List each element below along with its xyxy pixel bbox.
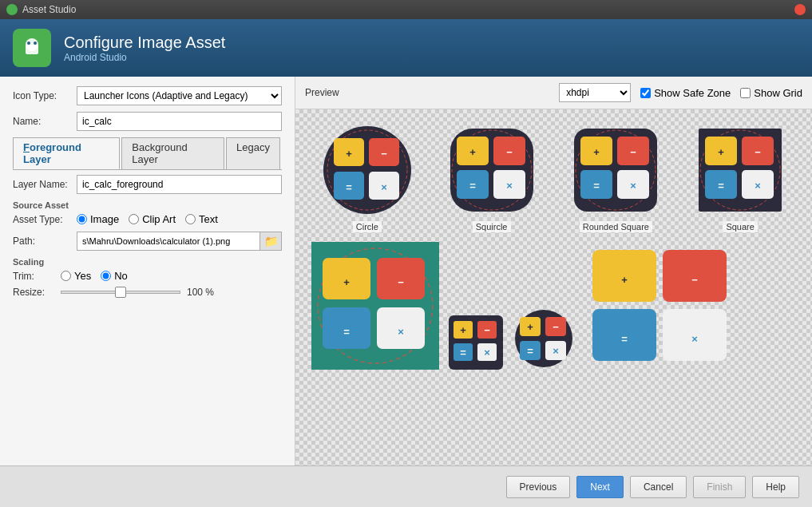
small-round-icon: + − = × <box>513 307 575 370</box>
resize-row: Resize: 100 % <box>13 287 282 298</box>
square-icon-preview: + − = × <box>692 122 788 218</box>
density-select[interactable]: mdpi hdpi xhdpi xxhdpi xxxhdpi <box>559 83 631 102</box>
asset-type-row: Asset Type: Image Clip Art Text <box>13 213 282 225</box>
finish-button[interactable]: Finish <box>693 476 746 498</box>
rounded-square-icon-preview: + − = × <box>568 122 663 218</box>
path-label: Path: <box>13 236 77 247</box>
show-grid-option[interactable]: Show Grid <box>740 87 802 99</box>
icon-type-select[interactable]: Launcher Icons (Adaptive and Legacy) <box>77 86 282 105</box>
icon-cell-medium: + − = × <box>449 315 503 370</box>
show-safe-zone-option[interactable]: Show Safe Zone <box>640 87 731 99</box>
icon-type-label: Icon Type: <box>13 90 77 101</box>
trim-no-input[interactable] <box>101 271 111 281</box>
layer-name-input[interactable] <box>77 175 282 194</box>
layer-tabs: Foreground Layer Background Layer Legacy <box>13 137 282 170</box>
svg-text:=: = <box>460 347 466 358</box>
radio-clipart-input[interactable] <box>129 214 139 224</box>
path-row: Path: 📁 <box>13 232 282 251</box>
scaling-label: Scaling <box>13 257 282 267</box>
svg-rect-1 <box>26 45 38 54</box>
svg-text:−: − <box>398 276 404 288</box>
radio-clipart-label: Clip Art <box>142 213 176 225</box>
trim-group: Yes No <box>61 270 128 282</box>
svg-text:+: + <box>594 146 600 158</box>
radio-image[interactable]: Image <box>77 213 119 225</box>
next-button[interactable]: Next <box>576 476 624 498</box>
tab-foreground[interactable]: Foreground Layer <box>13 137 120 169</box>
android-studio-logo <box>13 29 51 67</box>
previous-button[interactable]: Previous <box>506 476 571 498</box>
svg-text:=: = <box>527 345 533 357</box>
svg-text:×: × <box>398 326 404 338</box>
show-safe-zone-checkbox[interactable] <box>640 88 651 98</box>
resize-slider[interactable] <box>61 291 180 294</box>
svg-text:+: + <box>469 146 476 158</box>
scaling-section: Scaling Trim: Yes No Re <box>13 257 282 298</box>
rounded-square-label: Rounded Square <box>580 221 652 232</box>
radio-image-input[interactable] <box>77 214 87 224</box>
svg-text:−: − <box>553 321 559 333</box>
tab-background[interactable]: Background Layer <box>121 137 224 169</box>
svg-text:×: × <box>631 180 637 192</box>
adaptive-large-icon: + − = × <box>311 242 439 370</box>
svg-text:=: = <box>718 180 724 192</box>
help-button[interactable]: Help <box>752 476 799 498</box>
svg-point-2 <box>27 42 30 45</box>
radio-image-label: Image <box>90 213 119 225</box>
trim-no[interactable]: No <box>101 270 128 282</box>
radio-text-input[interactable] <box>185 214 196 224</box>
svg-text:+: + <box>718 146 724 158</box>
layer-name-row: Layer Name: <box>13 175 282 194</box>
svg-text:−: − <box>691 274 698 286</box>
show-grid-checkbox[interactable] <box>740 88 751 98</box>
cancel-button[interactable]: Cancel <box>630 476 687 498</box>
path-input[interactable] <box>77 232 259 251</box>
name-label: Name: <box>13 116 77 127</box>
tab-foreground-rest: oreground Layer <box>23 141 81 165</box>
radio-text[interactable]: Text <box>185 213 218 225</box>
tab-legacy[interactable]: Legacy <box>226 137 280 169</box>
name-row: Name: <box>13 112 282 131</box>
svg-text:=: = <box>469 180 476 192</box>
icon-cell-circle: + − = × Circle <box>308 122 426 232</box>
svg-text:×: × <box>506 180 513 192</box>
svg-text:+: + <box>460 324 466 336</box>
asset-type-group: Image Clip Art Text <box>77 213 218 225</box>
window-controls <box>794 4 806 15</box>
svg-text:×: × <box>553 345 559 357</box>
tab-background-label: Background Layer <box>132 141 187 165</box>
tab-legacy-label: Legacy <box>236 141 270 153</box>
icon-cell-squircle: + − = × Squircle <box>433 122 551 232</box>
resize-value: 100 % <box>187 287 214 298</box>
large-square-icon: + − = × <box>584 242 736 370</box>
trim-yes[interactable]: Yes <box>61 270 91 282</box>
header-title: Configure Image Asset <box>64 34 225 52</box>
svg-text:−: − <box>506 146 513 158</box>
main-content: Icon Type: Launcher Icons (Adaptive and … <box>0 77 812 465</box>
name-input[interactable] <box>77 112 282 131</box>
svg-text:×: × <box>484 347 490 358</box>
preview-area: + − = × Circle <box>295 109 812 465</box>
trim-label: Trim: <box>13 271 61 282</box>
svg-text:=: = <box>343 326 350 338</box>
show-safe-zone-label: Show Safe Zone <box>654 87 731 99</box>
svg-text:=: = <box>594 180 600 192</box>
radio-text-label: Text <box>199 213 218 225</box>
svg-text:−: − <box>755 146 761 158</box>
radio-clipart[interactable]: Clip Art <box>129 213 176 225</box>
svg-text:−: − <box>484 324 490 336</box>
svg-text:−: − <box>381 148 387 160</box>
icon-cell-square: + − = × Square <box>681 122 799 232</box>
resize-slider-container: 100 % <box>61 287 214 298</box>
squircle-icon-preview: + − = × <box>444 122 540 218</box>
app-icon <box>6 4 18 15</box>
trim-yes-input[interactable] <box>61 271 71 281</box>
left-panel: Icon Type: Launcher Icons (Adaptive and … <box>0 77 295 465</box>
svg-text:+: + <box>343 276 350 288</box>
trim-no-label: No <box>114 270 128 282</box>
icon-cell-adaptive-large: + − = × <box>311 242 439 370</box>
close-button[interactable] <box>794 4 806 15</box>
footer: Previous Next Cancel Finish Help <box>0 465 812 507</box>
path-browse-button[interactable]: 📁 <box>259 232 282 251</box>
svg-text:×: × <box>755 180 761 192</box>
